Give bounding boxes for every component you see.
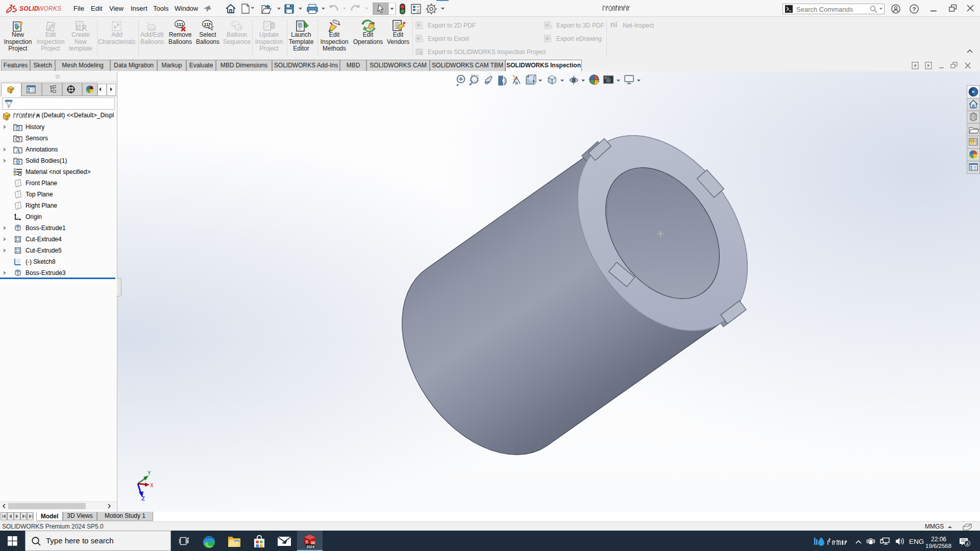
svg-text:WORKS: WORKS bbox=[38, 5, 61, 12]
svg-text:111: 111 bbox=[177, 22, 184, 27]
svg-text:23: 23 bbox=[237, 26, 241, 30]
svg-text:4: 4 bbox=[966, 541, 969, 546]
svg-text:Y: Y bbox=[148, 470, 151, 476]
svg-text:19/6/2568: 19/6/2568 bbox=[925, 543, 951, 549]
svg-text:ENG: ENG bbox=[909, 538, 924, 545]
svg-text:SOLID: SOLID bbox=[19, 5, 39, 12]
svg-text:S: S bbox=[305, 539, 308, 544]
svg-text:3D: 3D bbox=[548, 26, 552, 29]
svg-text:A: A bbox=[515, 81, 519, 86]
svg-text:1: 1 bbox=[234, 22, 236, 26]
svg-text:A: A bbox=[16, 148, 20, 154]
svg-text:PDF: PDF bbox=[420, 26, 425, 29]
svg-text:2024: 2024 bbox=[306, 545, 314, 548]
svg-text:?: ? bbox=[913, 6, 916, 12]
svg-text:111: 111 bbox=[149, 26, 156, 31]
svg-text:X: X bbox=[150, 483, 154, 488]
svg-text:22:06: 22:06 bbox=[931, 536, 946, 543]
svg-text:Z: Z bbox=[141, 495, 145, 502]
